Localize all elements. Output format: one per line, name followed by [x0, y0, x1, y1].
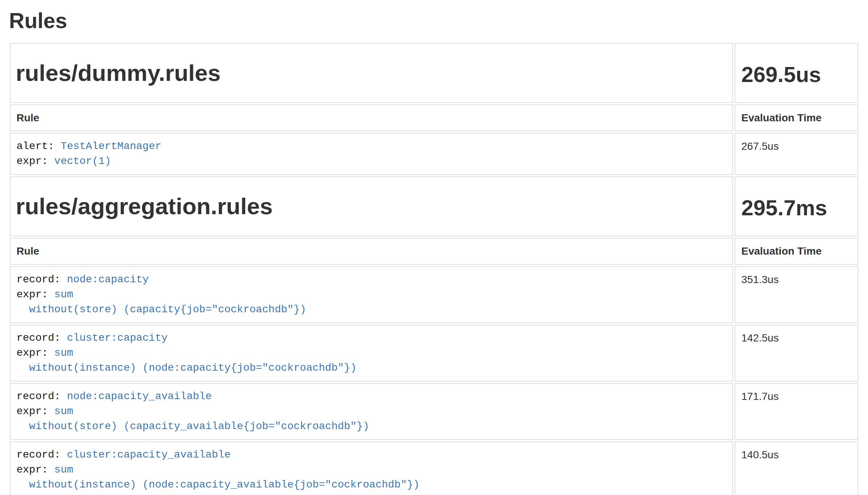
- rule-eval-time: 351.3us: [735, 266, 858, 323]
- rule-name: TestAlertManager: [61, 140, 162, 152]
- rule-row: record: node:capacityexpr: sum without(s…: [10, 266, 858, 323]
- rule-group-eval-time: 269.5us: [735, 43, 858, 103]
- column-header-row: Rule Evaluation Time: [10, 238, 858, 265]
- rule-group-file: rules/aggregation.rules: [10, 176, 733, 236]
- column-header-rule: Rule: [10, 238, 733, 265]
- rule-definition-cell: record: cluster:capacityexpr: sum withou…: [10, 325, 733, 382]
- rule-definition-cell: record: node:capacityexpr: sum without(s…: [10, 266, 733, 323]
- rule-definition: alert: TestAlertManagerexpr: vector(1): [16, 139, 726, 169]
- rule-eval-time: 142.5us: [735, 325, 858, 382]
- rule-definition-cell: record: cluster:capacity_availableexpr: …: [10, 441, 733, 495]
- rule-keyword: record:: [16, 391, 61, 402]
- rule-line: expr: vector(1): [16, 154, 726, 169]
- expr-keyword: expr:: [16, 289, 48, 300]
- rule-definition: record: node:capacity_availableexpr: sum…: [16, 389, 726, 434]
- rule-keyword: alert:: [16, 140, 54, 152]
- rule-eval-time: 140.5us: [735, 441, 858, 495]
- rule-eval-time: 171.7us: [735, 383, 858, 440]
- rule-line: expr: sum without(store) (capacity_avail…: [16, 404, 726, 434]
- rule-definition: record: cluster:capacity_availableexpr: …: [16, 447, 726, 492]
- rule-keyword: record:: [16, 449, 61, 461]
- rules-table: rules/dummy.rules 269.5us Rule Evaluatio…: [8, 42, 860, 495]
- rule-line: record: node:capacity: [16, 272, 726, 287]
- expr-keyword: expr:: [16, 155, 48, 167]
- rule-definition-cell: record: node:capacity_availableexpr: sum…: [10, 383, 733, 440]
- rule-row: record: node:capacity_availableexpr: sum…: [10, 383, 858, 440]
- rule-row: record: cluster:capacity_availableexpr: …: [10, 441, 858, 495]
- rule-group-file: rules/dummy.rules: [10, 43, 733, 103]
- rule-eval-time: 267.5us: [735, 133, 858, 175]
- rule-name: cluster:capacity: [67, 332, 168, 344]
- rule-group-eval-time: 295.7ms: [735, 176, 858, 236]
- expr-keyword: expr:: [16, 406, 48, 417]
- rule-name: node:capacity: [67, 274, 148, 285]
- rule-row: alert: TestAlertManagerexpr: vector(1) 2…: [10, 133, 858, 175]
- rule-line: record: cluster:capacity: [16, 331, 726, 346]
- expr-keyword: expr:: [16, 464, 48, 476]
- rule-keyword: record:: [16, 274, 61, 285]
- rule-expression: sum without(instance) (node:capacity_ava…: [16, 464, 419, 491]
- rule-definition: record: node:capacityexpr: sum without(s…: [16, 272, 726, 317]
- page-title: Rules: [9, 9, 860, 33]
- rule-keyword: record:: [16, 332, 61, 344]
- rule-line: expr: sum without(instance) (node:capaci…: [16, 462, 726, 492]
- rule-line: expr: sum without(instance) (node:capaci…: [16, 346, 726, 376]
- rule-line: expr: sum without(store) (capacity{job="…: [16, 287, 726, 317]
- rule-line: record: cluster:capacity_available: [16, 447, 726, 462]
- column-header-rule: Rule: [10, 104, 733, 131]
- column-header-evaluation-time: Evaluation Time: [735, 104, 858, 131]
- rule-group-header-row: rules/aggregation.rules 295.7ms: [10, 176, 858, 236]
- column-header-evaluation-time: Evaluation Time: [735, 238, 858, 265]
- rule-expression: sum without(store) (capacity_available{j…: [16, 406, 369, 432]
- rule-line: alert: TestAlertManager: [16, 139, 726, 154]
- rule-row: record: cluster:capacityexpr: sum withou…: [10, 325, 858, 382]
- rule-definition: record: cluster:capacityexpr: sum withou…: [16, 331, 726, 376]
- rule-expression: sum without(store) (capacity{job="cockro…: [16, 289, 306, 315]
- rule-group-header-row: rules/dummy.rules 269.5us: [10, 43, 858, 103]
- expr-keyword: expr:: [16, 347, 48, 359]
- rule-line: record: node:capacity_available: [16, 389, 726, 404]
- rule-expression: vector(1): [54, 155, 111, 167]
- rule-name: cluster:capacity_available: [67, 449, 230, 461]
- column-header-row: Rule Evaluation Time: [10, 104, 858, 131]
- rule-name: node:capacity_available: [67, 391, 211, 402]
- rule-expression: sum without(instance) (node:capacity{job…: [16, 347, 356, 374]
- rule-definition-cell: alert: TestAlertManagerexpr: vector(1): [10, 133, 733, 175]
